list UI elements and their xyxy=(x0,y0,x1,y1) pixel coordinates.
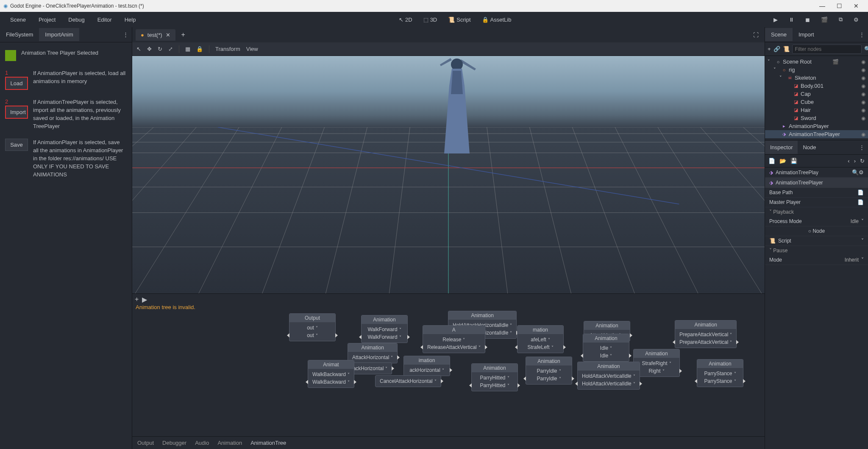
tree-item[interactable]: ◪Sword◉ xyxy=(765,114,868,122)
play-custom-button[interactable]: ⧉ xyxy=(835,14,847,25)
add-node-icon[interactable]: + xyxy=(768,46,771,52)
tree-item[interactable]: ◪Hair◉ xyxy=(765,106,868,114)
history-fwd-icon[interactable]: › xyxy=(854,158,856,164)
menu-debug[interactable]: Debug xyxy=(63,14,89,25)
graph-node[interactable]: CancelAttackHorizontal˅ xyxy=(375,375,441,387)
tab-animationtree[interactable]: AnimationTree xyxy=(250,440,286,446)
graph-node[interactable]: AnimationParryHitted˅ParryHitted˅ xyxy=(471,363,518,391)
workspace-assetlib[interactable]: 🔒 AssetLib xyxy=(478,14,516,25)
close-scene-icon[interactable]: ✕ xyxy=(166,32,170,38)
graph-node[interactable]: AnimatWalkBackward˅WalkBackward˅ xyxy=(308,360,354,388)
viewport-3d[interactable] xyxy=(132,56,765,293)
local-space-icon[interactable]: ▦ xyxy=(185,46,190,52)
visibility-icon[interactable]: ◉ xyxy=(861,59,865,65)
graph-node[interactable]: ARelease˅ReleaseAttackVertical˅ xyxy=(423,325,485,353)
tree-item[interactable]: ⬗AnimationTreePlayer◉ xyxy=(765,130,868,138)
save-button[interactable]: Save xyxy=(5,139,28,151)
tree-item[interactable]: ˅☠Skeleton◉ xyxy=(765,74,868,82)
select-tool-icon[interactable]: ↖ xyxy=(136,46,141,52)
menu-help[interactable]: Help xyxy=(120,14,141,25)
chevron-down-icon[interactable]: ˅ xyxy=(861,257,864,263)
tree-item[interactable]: ◪Cap◉ xyxy=(765,90,868,98)
close-button[interactable]: ✕ xyxy=(848,3,865,9)
visibility-icon[interactable]: ◉ xyxy=(861,83,865,89)
resource-icon[interactable]: 📄 xyxy=(857,190,864,195)
graph-node[interactable]: AnimationWalkForward˅WalkForward˅ xyxy=(361,315,408,343)
tab-debugger[interactable]: Debugger xyxy=(162,440,186,446)
menu-project[interactable]: Project xyxy=(33,14,61,25)
import-button[interactable]: Import xyxy=(5,106,28,119)
transform-menu[interactable]: Transform xyxy=(215,46,240,52)
scale-tool-icon[interactable]: ⤢ xyxy=(168,46,173,52)
tab-node[interactable]: Node xyxy=(798,141,821,154)
scene-dock-options[interactable]: ⋮ xyxy=(859,31,865,38)
property-row[interactable]: Master Player📄 xyxy=(765,198,868,207)
property-section[interactable]: ˅ Playback xyxy=(765,207,868,217)
pause-button[interactable]: ⏸ xyxy=(785,14,798,25)
add-scene-button[interactable]: + xyxy=(178,29,189,40)
visibility-icon[interactable]: ◉ xyxy=(861,91,865,97)
expand-icon[interactable]: ˅ xyxy=(768,59,773,64)
instance-icon[interactable]: 🔗 xyxy=(773,46,780,52)
object-options-icon[interactable]: ⚙ xyxy=(859,169,864,176)
object-search-icon[interactable]: 🔍 xyxy=(852,169,859,176)
search-icon[interactable]: 🔍 xyxy=(864,46,868,52)
maximize-button[interactable]: ☐ xyxy=(831,3,848,9)
tree-item[interactable]: ◪Body.001◉ xyxy=(765,82,868,90)
resource-icon[interactable]: 📄 xyxy=(857,199,864,205)
distraction-free-icon[interactable]: ⛶ xyxy=(753,32,759,38)
graph-node[interactable]: mationafeLeft˅StrafeLeft˅ xyxy=(517,325,564,353)
visibility-icon[interactable]: ◉ xyxy=(861,67,865,73)
rotate-tool-icon[interactable]: ↻ xyxy=(158,46,162,52)
tab-inspector[interactable]: Inspector xyxy=(765,141,798,154)
open-resource-icon[interactable]: 📂 xyxy=(779,158,786,164)
expand-icon[interactable]: ˅ xyxy=(779,75,785,81)
visibility-icon[interactable]: ◉ xyxy=(861,115,865,121)
tree-item[interactable]: ◪Cube◉ xyxy=(765,98,868,106)
graph-node[interactable]: AnimationPrepareAttackVertical˅PrepareAt… xyxy=(675,320,737,348)
menu-editor[interactable]: Editor xyxy=(92,14,117,25)
tab-importanim[interactable]: ImportAnim xyxy=(39,28,79,41)
visibility-icon[interactable]: ◉ xyxy=(861,99,865,105)
chevron-down-icon[interactable]: ˅ xyxy=(861,238,864,244)
script-icon[interactable]: 📜 xyxy=(783,46,790,52)
property-row[interactable]: ○ Node xyxy=(765,226,868,236)
graph-node[interactable]: AnimationHoldAttackVerticalIdle˅HoldAtta… xyxy=(577,362,640,390)
animation-tree-graph[interactable]: + ▶ Animation tree is invalid. Outputout… xyxy=(132,293,765,436)
graph-node[interactable]: AnimationAttackHorizontal˅ xyxy=(348,343,398,363)
chevron-down-icon[interactable]: ˅ xyxy=(861,218,864,224)
inspector-options[interactable]: ⋮ xyxy=(859,144,865,151)
workspace-2d[interactable]: ↖ 2D xyxy=(395,14,417,25)
workspace-3d[interactable]: ⬚ 3D xyxy=(419,14,442,25)
play-icon[interactable]: 🎬 xyxy=(832,59,839,65)
stop-button[interactable]: ◼ xyxy=(801,14,814,25)
tab-scene[interactable]: Scene xyxy=(765,28,793,41)
filter-nodes-input[interactable] xyxy=(792,45,862,54)
play-button[interactable]: ▶ xyxy=(769,14,782,25)
tab-filesystem[interactable]: FileSystem xyxy=(0,28,39,41)
graph-node[interactable]: AnimationStrafeRight˅Right˅ xyxy=(633,349,680,377)
visibility-icon[interactable]: ◉ xyxy=(861,107,865,113)
view-menu[interactable]: View xyxy=(246,46,258,52)
tree-item[interactable]: ▸AnimationPlayer xyxy=(765,122,868,130)
dock-options-icon[interactable]: ⋮ xyxy=(123,31,128,38)
property-section[interactable]: ˅ Pause xyxy=(765,246,868,255)
refresh-icon[interactable]: ↻ xyxy=(860,158,865,164)
property-row[interactable]: ModeInherit˅ xyxy=(765,255,868,265)
tab-animation[interactable]: Animation xyxy=(217,440,242,446)
minimize-button[interactable]: — xyxy=(814,3,831,9)
graph-node[interactable]: AnimationIdle˅Idle˅ xyxy=(583,334,629,362)
visibility-icon[interactable]: ◉ xyxy=(861,75,865,81)
save-resource-icon[interactable]: 💾 xyxy=(790,158,797,164)
move-tool-icon[interactable]: ✥ xyxy=(147,46,152,52)
expand-icon[interactable]: ˅ xyxy=(773,67,779,73)
property-row[interactable]: Base Path📄 xyxy=(765,188,868,198)
new-resource-icon[interactable]: 📄 xyxy=(768,158,775,164)
scene-tab[interactable]: ● test(*) ✕ xyxy=(136,29,175,41)
tab-import[interactable]: Import xyxy=(793,28,820,41)
load-button[interactable]: Load xyxy=(5,77,28,90)
history-back-icon[interactable]: ‹ xyxy=(848,158,849,164)
play-scene-button[interactable]: 🎬 xyxy=(817,14,832,25)
tab-output[interactable]: Output xyxy=(137,440,154,446)
graph-node[interactable]: Outputout˅out˅ xyxy=(289,313,336,341)
